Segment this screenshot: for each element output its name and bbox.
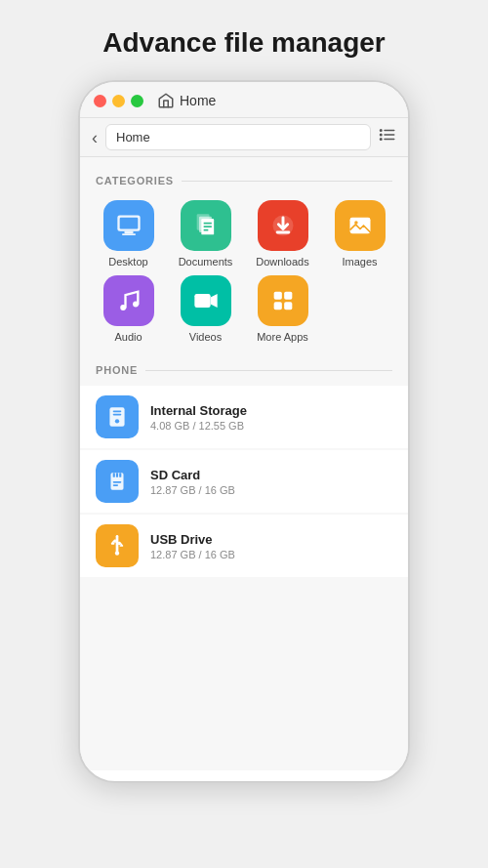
- category-documents[interactable]: Documents: [171, 200, 240, 268]
- category-videos[interactable]: Videos: [171, 275, 240, 343]
- internal-storage-size: 4.08 GB / 12.55 GB: [150, 420, 392, 432]
- phone-header: PHONE: [80, 356, 408, 382]
- usb-icon: [96, 524, 139, 567]
- top-bar: Home: [80, 82, 408, 118]
- categories-header: CATEGORIES: [80, 167, 408, 192]
- images-icon-bg: [335, 200, 386, 251]
- usb-size: 12.87 GB / 16 GB: [150, 549, 392, 560]
- svg-rect-23: [273, 292, 281, 300]
- address-bar: ‹: [80, 118, 408, 157]
- svg-rect-35: [113, 481, 122, 483]
- storage-usb[interactable]: USB Drive 12.87 GB / 16 GB: [80, 515, 408, 577]
- internal-storage-svg: [104, 404, 130, 430]
- topbar-home-label: Home: [180, 93, 216, 108]
- documents-label: Documents: [179, 256, 233, 268]
- videos-icon-bg: [181, 275, 231, 326]
- back-button[interactable]: ‹: [92, 129, 98, 146]
- svg-rect-28: [113, 411, 122, 413]
- audio-label: Audio: [114, 331, 142, 343]
- images-label: Images: [342, 256, 377, 268]
- svg-rect-29: [113, 414, 122, 416]
- category-downloads[interactable]: Downloads: [248, 200, 317, 268]
- desktop-label: Desktop: [108, 256, 147, 268]
- documents-icon: [192, 212, 220, 239]
- home-nav: Home: [157, 92, 216, 109]
- content-area: CATEGORIES Desktop: [80, 157, 408, 770]
- svg-rect-9: [122, 233, 136, 235]
- phone-storage-list: Internal Storage 4.08 GB / 12.55 GB: [80, 382, 408, 583]
- usb-name: USB Drive: [150, 532, 392, 547]
- downloads-label: Downloads: [256, 256, 308, 268]
- svg-point-30: [115, 419, 119, 423]
- internal-storage-icon: [96, 395, 139, 438]
- sdcard-icon: [96, 460, 139, 503]
- dot-yellow[interactable]: [112, 95, 125, 107]
- svg-rect-18: [349, 218, 370, 233]
- svg-rect-33: [116, 473, 118, 476]
- desktop-icon-bg: [103, 200, 154, 251]
- list-view-icon[interactable]: [379, 126, 396, 148]
- desktop-icon: [115, 212, 142, 239]
- home-icon: [157, 92, 175, 109]
- storage-sdcard[interactable]: SD Card 12.87 GB / 16 GB: [80, 450, 408, 513]
- more-apps-icon: [269, 287, 297, 314]
- svg-point-5: [381, 139, 383, 141]
- address-input[interactable]: [105, 124, 371, 150]
- documents-icon-bg: [181, 200, 231, 251]
- category-desktop[interactable]: Desktop: [94, 200, 163, 268]
- svg-rect-36: [113, 484, 118, 486]
- svg-rect-7: [119, 218, 138, 229]
- videos-icon: [192, 287, 220, 314]
- svg-point-20: [120, 305, 126, 310]
- svg-point-21: [133, 302, 139, 308]
- svg-rect-25: [273, 302, 281, 310]
- internal-storage-name: Internal Storage: [150, 403, 392, 418]
- dot-red[interactable]: [94, 95, 106, 107]
- categories-grid: Desktop Documents: [80, 192, 408, 356]
- category-more-apps[interactable]: More Apps: [248, 275, 317, 343]
- sdcard-name: SD Card: [150, 468, 392, 482]
- videos-label: Videos: [189, 331, 222, 343]
- svg-rect-24: [284, 292, 292, 300]
- page-title: Advance file manager: [102, 27, 385, 59]
- more-apps-label: More Apps: [257, 331, 308, 343]
- sdcard-svg: [104, 469, 130, 494]
- images-icon: [346, 212, 374, 239]
- svg-rect-8: [124, 231, 133, 233]
- phone-frame: Home ‹ CATEGORIES: [78, 80, 410, 783]
- svg-rect-22: [194, 294, 210, 308]
- category-audio[interactable]: Audio: [94, 275, 163, 343]
- storage-internal[interactable]: Internal Storage 4.08 GB / 12.55 GB: [80, 386, 408, 448]
- svg-rect-27: [109, 407, 124, 427]
- svg-rect-32: [113, 473, 115, 476]
- sdcard-info: SD Card 12.87 GB / 16 GB: [150, 468, 392, 496]
- category-images[interactable]: Images: [325, 200, 394, 268]
- audio-icon: [115, 287, 142, 314]
- svg-rect-34: [119, 473, 121, 476]
- downloads-icon-bg: [258, 200, 308, 251]
- audio-icon-bg: [103, 275, 154, 326]
- svg-point-4: [381, 134, 383, 136]
- svg-point-37: [115, 551, 119, 555]
- svg-rect-26: [284, 302, 292, 310]
- dot-green[interactable]: [131, 95, 143, 107]
- svg-point-3: [381, 130, 383, 132]
- more-apps-icon-bg: [258, 275, 308, 326]
- internal-storage-info: Internal Storage 4.08 GB / 12.55 GB: [150, 403, 392, 432]
- usb-info: USB Drive 12.87 GB / 16 GB: [150, 532, 392, 560]
- usb-svg: [104, 533, 130, 558]
- sdcard-size: 12.87 GB / 16 GB: [150, 484, 392, 496]
- downloads-icon: [269, 212, 297, 239]
